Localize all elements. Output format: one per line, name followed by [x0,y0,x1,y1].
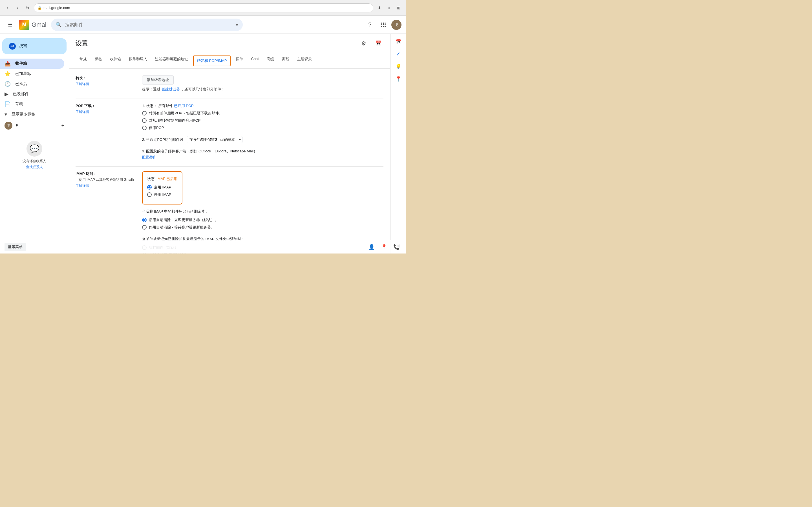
tab-accounts[interactable]: 帐号和导入 [125,53,151,68]
pop-select-wrapper: 在收件箱中保留Gmail的副本 [187,136,243,143]
person-button[interactable]: 👤 [366,242,377,252]
inbox-icon: 📥 [4,61,11,67]
forward-button[interactable]: › [13,4,21,12]
sidebar-item-sent[interactable]: ▶ 已发邮件 [0,89,64,99]
sidebar-item-starred[interactable]: ⭐ 已加星标 [0,69,64,79]
sidebar-item-snoozed[interactable]: 🕐 已延后 [0,79,64,89]
browser-actions: ⬇ ⬆ ⊞ [375,4,403,12]
add-forward-button[interactable]: 添加转发地址 [142,75,174,84]
pop-option-1-label: 对所有邮件启用POP（包括已经下载的邮件） [149,111,222,116]
search-input[interactable] [65,22,232,27]
pop-option-2: 对从现在起收到的邮件启用POP [142,118,384,123]
sent-label: 已发邮件 [13,92,60,97]
search-dropdown-icon[interactable]: ▾ [236,22,238,28]
auto-expunge-off-radio[interactable] [142,225,147,230]
forward-hint: 提示：通过 创建过滤器 ，还可以只转发部分邮件！ [142,87,384,92]
header-right: ? 飞 [364,19,402,31]
chat-bubble[interactable]: 💬 [27,141,42,157]
inbox-label: 收件箱 [15,61,60,66]
add-account-button[interactable]: + [61,123,64,129]
tab-chat[interactable]: Chat [247,53,262,68]
pop-radio-1[interactable] [142,111,147,115]
avatar[interactable]: 飞 [391,20,402,30]
pop-configure-link[interactable]: 配置说明 [142,155,384,160]
auto-expunge-off-option: 停用自动清除 - 等待客户端更新服务器。 [142,225,384,230]
auto-expunge-off-label: 停用自动清除 - 等待客户端更新服务器。 [149,225,214,230]
right-keep-button[interactable]: 💡 [393,61,404,72]
sidebar-item-drafts[interactable]: 📄 草稿 [0,99,64,109]
gmail-logo: M Gmail [19,20,48,30]
separator-1 [75,99,384,99]
find-contacts-link[interactable]: 查找联系人 [4,165,64,170]
filter-link[interactable]: 创建过滤器 [161,87,180,91]
chevron-down-icon: ▾ [4,111,7,117]
forwarding-learn-more[interactable]: 了解详情 [75,82,138,87]
pop-radio-2[interactable] [142,118,147,123]
right-calendar-button[interactable]: 📅 [393,36,404,47]
phone-button[interactable]: 📞 [391,242,402,252]
pop-option-3-label: 停用POP [149,125,164,130]
show-menu-button[interactable]: 显示菜单 [4,243,26,251]
sidebar-more-labels[interactable]: ▾ 显示更多标签 [0,109,69,119]
tabs-icon[interactable]: ⊞ [395,4,403,12]
pop-when-label: 2. 当通过POP访问邮件时 在收件箱中保留Gmail的副本 [142,136,384,143]
tab-inbox[interactable]: 收件箱 [106,53,125,68]
imap-label: IMAP 访问： [75,171,138,176]
help-button[interactable]: ? [364,19,375,31]
svg-point-8 [385,26,386,27]
imap-sublabel: （使用 IMAP 从其他客户端访问 Gmail） [75,177,138,182]
right-tasks-button[interactable]: ✓ [393,48,404,60]
address-bar: 🔒 mail.google.com [34,3,373,12]
right-maps-button[interactable]: 📍 [393,73,404,84]
imap-learn-more[interactable]: 了解详情 [75,183,138,188]
more-labels-label: 显示更多标签 [11,112,35,117]
sidebar-item-inbox[interactable]: 📥 收件箱 [0,59,64,69]
pop-radio-3[interactable] [142,126,147,130]
tab-filters[interactable]: 过滤器和屏蔽的地址 [151,53,192,68]
pop-status: 1. 状态： 所有邮件 已启用 POP [142,103,384,108]
svg-point-5 [385,24,386,25]
svg-point-4 [383,24,384,25]
auto-expunge-on-radio[interactable] [142,218,147,222]
pop-status-prefix: 1. 状态： [142,104,157,108]
pop-configure-label: 3. 配置您的电子邮件客户端（例如 Outlook、Eudora、Netscap… [142,149,384,154]
pop-option-3: 停用POP [142,125,384,130]
tab-advanced[interactable]: 高级 [263,53,278,68]
imap-enable-radio[interactable] [147,185,152,189]
refresh-button[interactable]: ↻ [24,4,32,12]
gmail-header: ☰ M Gmail 🔍 ▾ ? 飞 [0,16,406,34]
sidebar-avatar: 飞 [4,122,12,129]
snoozed-icon: 🕐 [4,81,11,87]
tab-offline[interactable]: 离线 [278,53,293,68]
apps-button[interactable] [378,19,389,31]
tab-plugins[interactable]: 插件 [232,53,247,68]
account-name: 飞 [15,123,18,128]
location-button[interactable]: 📍 [379,242,389,252]
tab-forwarding[interactable]: 转发和 POP/IMAP [193,55,231,66]
compose-label: 撰写 [19,44,27,49]
compose-button[interactable]: ✏ 撰写 [2,38,66,54]
tab-general[interactable]: 常规 [75,53,91,68]
imap-enable-label: 启用 IMAP [154,185,171,190]
settings-gear-button[interactable]: ⚙ [359,38,369,48]
svg-point-1 [383,22,384,24]
pop-select[interactable]: 在收件箱中保留Gmail的副本 [187,136,243,143]
sidebar-account-section: 飞 飞 + [0,119,69,132]
share-icon[interactable]: ⬆ [385,4,393,12]
tab-labels[interactable]: 标签 [91,53,106,68]
content-area: 设置 ⚙ 📅 常规 标签 收件箱 帐号和导入 过滤器和屏蔽的地址 转发和 POP… [69,34,390,253]
pop-learn-more[interactable]: 了解详情 [75,110,138,114]
svg-point-3 [381,24,382,25]
back-button[interactable]: ‹ [3,4,11,12]
pop-option-2-label: 对从现在起收到的邮件启用POP [149,118,200,123]
separator-2 [75,166,384,167]
forwarding-label-col: 转发： 了解详情 [75,75,138,92]
imap-disable-radio[interactable] [147,192,152,197]
drafts-icon: 📄 [4,101,11,107]
imap-status-line: 状态: IMAP 已启用 [147,176,177,181]
tab-themes[interactable]: 主题背景 [293,53,316,68]
auto-expunge-on-label: 启用自动清除 - 立即更新服务器（默认）。 [149,217,218,223]
menu-hamburger[interactable]: ☰ [4,19,16,31]
download-icon[interactable]: ⬇ [375,4,384,12]
browser-chrome: ‹ › ↻ 🔒 mail.google.com ⬇ ⬆ ⊞ [0,0,406,16]
